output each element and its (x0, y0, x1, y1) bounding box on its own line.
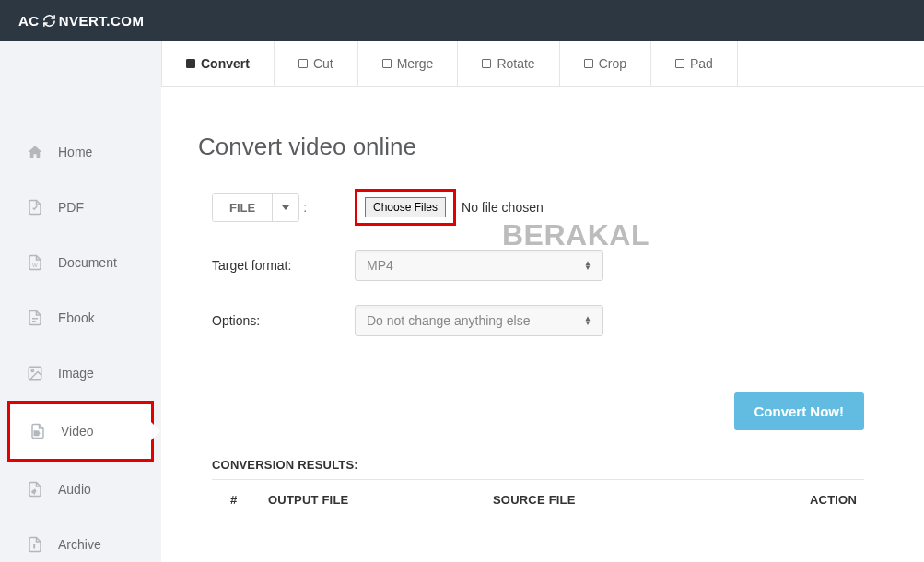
tab-cut[interactable]: Cut (275, 41, 358, 86)
tab-merge[interactable]: Merge (358, 41, 459, 86)
svg-rect-5 (34, 431, 39, 436)
sidebar-item-ebook[interactable]: Ebook (0, 290, 161, 345)
select-arrows-icon: ▲▼ (584, 261, 591, 270)
options-label: Options: (198, 313, 355, 328)
audio-icon (26, 480, 44, 498)
svg-point-8 (34, 547, 35, 548)
results-title: CONVERSION RESULTS: (212, 458, 864, 472)
sidebar-item-label: Video (61, 424, 94, 439)
file-chooser: Choose Files No file chosen (355, 189, 544, 226)
logo-text-left: AC (18, 13, 40, 29)
choose-files-button[interactable]: Choose Files (365, 197, 446, 217)
file-status-text: No file chosen (462, 200, 544, 215)
tabs-bar: Convert Cut Merge Rotate Crop Pad (161, 41, 924, 87)
tab-label: Cut (313, 56, 333, 71)
col-output: OUTPUT FILE (263, 480, 487, 517)
sidebar-item-label: Ebook (58, 310, 95, 325)
document-icon: W (26, 253, 44, 272)
sidebar-item-archive[interactable]: Archive (0, 517, 161, 562)
square-icon (186, 59, 195, 68)
sidebar-item-image[interactable]: Image (0, 345, 161, 401)
image-icon (26, 364, 44, 382)
home-icon (26, 143, 44, 161)
options-row: Options: Do not change anything else ▲▼ (198, 305, 887, 336)
file-source-label: FILE (213, 194, 272, 221)
tab-label: Rotate (497, 56, 534, 71)
sidebar-item-label: Archive (58, 537, 101, 552)
sidebar-item-pdf[interactable]: PDF (0, 180, 161, 235)
sidebar-item-label: PDF (58, 200, 84, 215)
pdf-icon (26, 198, 44, 217)
svg-text:W: W (32, 263, 38, 268)
tab-convert[interactable]: Convert (161, 41, 275, 86)
ebook-icon (26, 309, 44, 327)
tab-pad[interactable]: Pad (651, 41, 738, 86)
file-row: FILE : Choose Files No file chosen (198, 189, 887, 226)
results-section: CONVERSION RESULTS: # OUTPUT FILE SOURCE… (212, 430, 864, 516)
square-icon (482, 59, 491, 68)
sidebar-item-label: Image (58, 366, 94, 381)
col-index: # (212, 480, 263, 517)
tab-rotate[interactable]: Rotate (458, 41, 559, 86)
square-icon (675, 59, 684, 68)
refresh-icon (42, 14, 56, 28)
options-select[interactable]: Do not change anything else ▲▼ (355, 305, 603, 336)
sidebar-item-label: Audio (58, 482, 91, 497)
main-panel: Convert Cut Merge Rotate Crop Pad (161, 41, 924, 562)
svg-point-4 (31, 369, 33, 371)
square-icon (584, 59, 593, 68)
sidebar-item-document[interactable]: W Document (0, 235, 161, 290)
sidebar: Home PDF W Document Ebook Image (0, 41, 161, 562)
page-title: Convert video online (198, 133, 887, 161)
target-format-value: MP4 (367, 258, 393, 273)
sidebar-item-video[interactable]: Video (10, 404, 151, 459)
square-icon (382, 59, 392, 68)
site-logo[interactable]: AC NVERT.COM (18, 13, 145, 29)
col-action: ACTION (717, 480, 864, 517)
sidebar-highlight: Video (7, 401, 154, 462)
sidebar-item-home[interactable]: Home (0, 124, 161, 180)
content-area: Convert video online BERAKAL FILE : Choo… (161, 87, 924, 562)
tab-label: Crop (599, 56, 626, 71)
target-format-label: Target format: (198, 258, 355, 273)
colon: : (303, 200, 307, 215)
target-format-row: Target format: MP4 ▲▼ (198, 250, 887, 281)
sidebar-item-label: Document (58, 255, 117, 270)
square-icon (298, 59, 308, 68)
main-container: Home PDF W Document Ebook Image (0, 41, 924, 562)
file-source-control: FILE : (198, 193, 355, 222)
results-table: # OUTPUT FILE SOURCE FILE ACTION (212, 479, 864, 516)
top-header: AC NVERT.COM (0, 0, 924, 41)
video-icon (29, 422, 47, 440)
table-header-row: # OUTPUT FILE SOURCE FILE ACTION (212, 480, 864, 517)
caret-down-icon (272, 194, 298, 221)
col-source: SOURCE FILE (487, 480, 717, 517)
logo-text-right: NVERT.COM (59, 13, 145, 29)
archive-icon (26, 535, 44, 554)
target-format-select[interactable]: MP4 ▲▼ (355, 250, 603, 281)
tab-label: Merge (397, 56, 434, 71)
convert-now-button[interactable]: Convert Now! (734, 392, 865, 430)
file-source-button[interactable]: FILE (212, 193, 299, 222)
sidebar-item-audio[interactable]: Audio (0, 462, 161, 517)
select-arrows-icon: ▲▼ (584, 316, 591, 325)
tab-label: Convert (201, 56, 250, 71)
svg-point-7 (34, 544, 35, 545)
tab-crop[interactable]: Crop (560, 41, 651, 86)
tab-label: Pad (690, 56, 713, 71)
options-value: Do not change anything else (367, 313, 530, 328)
choose-files-highlight: Choose Files (355, 189, 456, 226)
sidebar-item-label: Home (58, 145, 92, 159)
